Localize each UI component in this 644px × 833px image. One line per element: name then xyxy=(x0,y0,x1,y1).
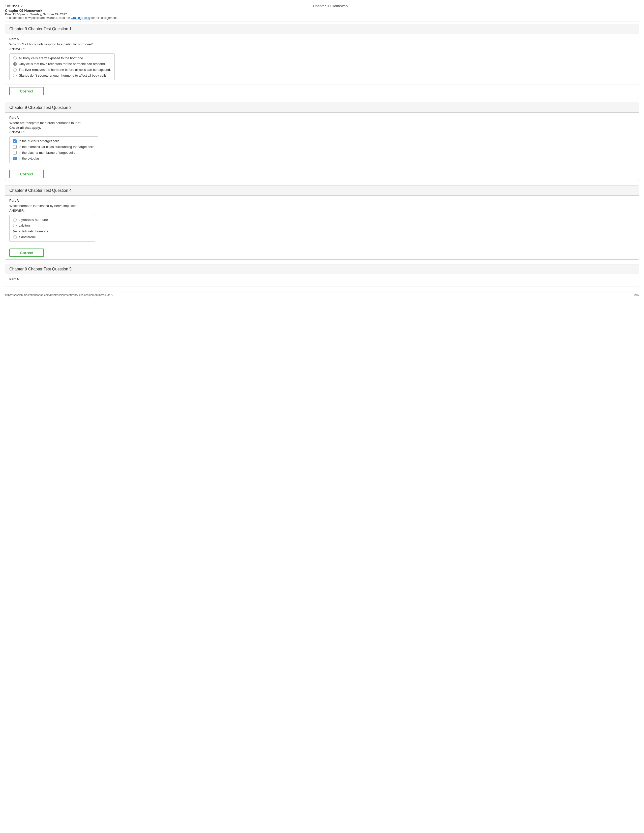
part-section-1: Part AWhy don't all body cells respond t… xyxy=(5,34,639,84)
answer-option-3-2[interactable]: calcitonin xyxy=(13,224,91,227)
correct-badge-2: Correct xyxy=(9,170,44,178)
footer-url: https://session.masteringaandp.com/myct/… xyxy=(5,293,114,296)
question-section-3: Chapter 9 Chapter Test Question 4Part AW… xyxy=(5,185,639,260)
answer-option-3-4[interactable]: aldosterone xyxy=(13,235,91,239)
radio-1-2 xyxy=(13,62,17,66)
part-section-4: Part A xyxy=(5,274,639,287)
option-text-2-2: in the extracellular fluids surrounding … xyxy=(19,145,94,149)
option-text-2-1: in the nucleus of target cells xyxy=(19,139,59,143)
answer-option-1-3[interactable]: The liver removes the hormone before all… xyxy=(13,68,111,72)
assignment-title: Chapter 09 Homework xyxy=(5,8,639,13)
question-title-4: Chapter 9 Chapter Test Question 5 xyxy=(5,264,639,274)
option-text-1-2: Only cells that have receptors for the h… xyxy=(19,62,106,66)
question-text-3: Which hormone is released by nerve impul… xyxy=(9,204,635,208)
center-title: Chapter 09 Homework xyxy=(313,4,349,8)
part-section-2: Part AWhere are receptors for steroid ho… xyxy=(5,113,639,167)
option-text-2-3: in the plasma membrane of target cells xyxy=(19,151,75,154)
part-label-1: Part A xyxy=(9,37,635,41)
correct-badge-3: Correct xyxy=(9,249,44,257)
question-text-1: Why don't all body cells respond to a pa… xyxy=(9,42,635,46)
grading-policy-link[interactable]: Grading Policy xyxy=(71,16,90,20)
footer-page: 1/15 xyxy=(634,293,639,296)
option-text-3-3: antidiuretic hormone xyxy=(19,229,48,233)
question-text-2: Where are receptors for steroid hormones… xyxy=(9,121,635,125)
checkbox-2-4: ✓ xyxy=(13,157,17,160)
part-label-4: Part A xyxy=(9,277,635,281)
answer-label-1: ANSWER: xyxy=(9,47,635,51)
answer-box-1: All body cells aren't exposed to the hor… xyxy=(9,53,115,80)
option-text-2-4: in the cytoplasm xyxy=(19,156,42,160)
answer-box-3: thyrotropic hormonecalcitoninantidiureti… xyxy=(9,215,95,242)
answer-option-2-2[interactable]: in the extracellular fluids surrounding … xyxy=(13,145,94,149)
option-text-3-4: aldosterone xyxy=(19,235,36,239)
radio-3-4 xyxy=(13,235,17,239)
question-title-3: Chapter 9 Chapter Test Question 4 xyxy=(5,186,639,196)
answer-option-3-3[interactable]: antidiuretic hormone xyxy=(13,229,91,233)
option-text-1-3: The liver removes the hormone before all… xyxy=(19,68,111,72)
radio-3-2 xyxy=(13,224,17,227)
question-title-1: Chapter 9 Chapter Test Question 1 xyxy=(5,24,639,34)
question-section-2: Chapter 9 Chapter Test Question 2Part AW… xyxy=(5,103,639,181)
check-all-label-2: Check all that apply. xyxy=(9,126,635,130)
part-label-3: Part A xyxy=(9,199,635,203)
answer-label-3: ANSWER: xyxy=(9,209,635,212)
part-section-3: Part AWhich hormone is released by nerve… xyxy=(5,196,639,246)
answer-option-1-4[interactable]: Glands don't secrete enough hormone to a… xyxy=(13,74,111,77)
question-title-2: Chapter 9 Chapter Test Question 2 xyxy=(5,103,639,113)
answer-option-2-4[interactable]: ✓in the cytoplasm xyxy=(13,156,94,160)
answer-option-2-3[interactable]: in the plasma membrane of target cells xyxy=(13,151,94,154)
correct-badge-1: Correct xyxy=(9,87,44,95)
radio-1-1 xyxy=(13,56,17,60)
part-label-2: Part A xyxy=(9,116,635,119)
question-section-4: Chapter 9 Chapter Test Question 5Part A xyxy=(5,264,639,287)
radio-1-4 xyxy=(13,74,17,77)
option-text-1-4: Glands don't secrete enough hormone to a… xyxy=(19,74,107,77)
page-date: 10/19/2017 xyxy=(5,4,23,8)
answer-box-2: ✓in the nucleus of target cellsin the ex… xyxy=(9,137,98,163)
answer-label-2: ANSWER: xyxy=(9,130,635,134)
answer-option-2-1[interactable]: ✓in the nucleus of target cells xyxy=(13,139,94,143)
option-text-1-1: All body cells aren't exposed to the hor… xyxy=(19,56,84,60)
due-date: Due: 11:55pm on Sunday, October 29, 2017 xyxy=(5,13,639,16)
answer-option-3-1[interactable]: thyrotropic hormone xyxy=(13,218,91,222)
questions-container: Chapter 9 Chapter Test Question 1Part AW… xyxy=(5,24,639,287)
checkbox-2-3 xyxy=(13,151,17,154)
answer-option-1-2[interactable]: Only cells that have receptors for the h… xyxy=(13,62,111,66)
option-text-3-2: calcitonin xyxy=(19,224,32,227)
grading-note: To understand how points are awarded, re… xyxy=(5,16,639,20)
radio-3-3 xyxy=(13,230,17,233)
question-section-1: Chapter 9 Chapter Test Question 1Part AW… xyxy=(5,24,639,98)
checkbox-2-1: ✓ xyxy=(13,139,17,143)
option-text-3-1: thyrotropic hormone xyxy=(19,218,48,222)
checkbox-2-2 xyxy=(13,145,17,149)
radio-3-1 xyxy=(13,218,17,222)
answer-option-1-1[interactable]: All body cells aren't exposed to the hor… xyxy=(13,56,111,60)
radio-1-3 xyxy=(13,68,17,72)
